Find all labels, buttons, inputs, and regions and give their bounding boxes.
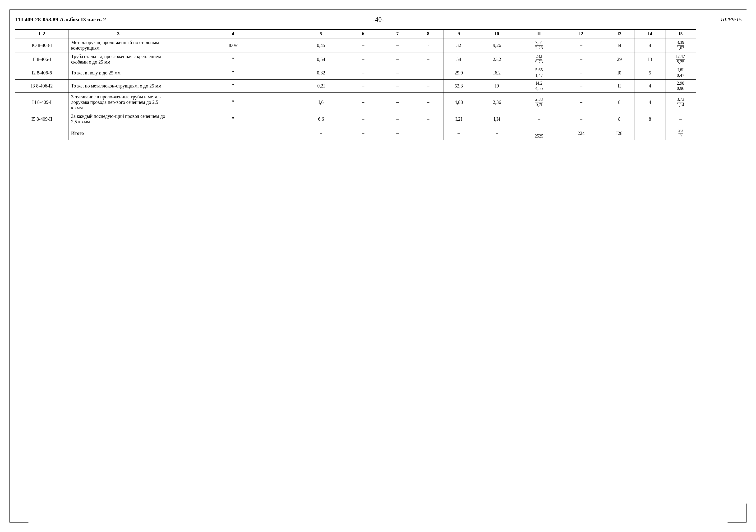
row-val5: 0,54 [298, 52, 344, 66]
row-id: IO 8-408-I [15, 38, 69, 52]
row-id: I5 8-409-II [15, 112, 69, 126]
col-header-7: 7 [382, 29, 413, 38]
row-val8: – [413, 79, 444, 93]
row-description: То же, в полу ø до 25 мм [68, 66, 168, 80]
row-val10: 9,26 [474, 38, 520, 52]
header-title: ТП 409-28-053.89 Альбом I3 часть 2 [15, 16, 106, 23]
row-val13: 8 [604, 112, 634, 126]
row-val11: 7,542,28 [520, 38, 558, 52]
col-header-11: II [520, 29, 558, 38]
col-header-8: 8 [413, 29, 444, 38]
row-val9: 4,88 [444, 93, 474, 112]
row-val5: 6,6 [298, 112, 344, 126]
total-c15: 269 [665, 126, 696, 140]
row-unit: " [168, 112, 298, 126]
row-val13: 8 [604, 93, 634, 112]
row-val14: 5 [634, 66, 665, 80]
row-val9: 29,9 [444, 66, 474, 80]
row-val10: I,I4 [474, 112, 520, 126]
row-description: За каждый последую-щий провод сечением д… [68, 112, 168, 126]
row-val6: – [344, 66, 382, 80]
header-page-number: -40- [373, 16, 384, 23]
row-val15: 3,391,03 [665, 38, 696, 52]
table-row: II 8-406-I Труба стальная, про-ложенная … [15, 52, 742, 66]
total-c4 [168, 126, 298, 140]
row-val6: – [344, 112, 382, 126]
row-val8 [413, 66, 444, 80]
row-val7: – [382, 38, 413, 52]
row-val6: – [344, 79, 382, 93]
table-row: I4 8-409-I Затягивание в проло-женные тр… [15, 93, 742, 112]
total-id [15, 126, 69, 140]
row-description: Металлорукав, проло-женный по стальным к… [68, 38, 168, 52]
col-header-9: 9 [444, 29, 474, 38]
row-val13: II [604, 79, 634, 93]
row-val15: 2,980,96 [665, 79, 696, 93]
row-val7: – [382, 66, 413, 80]
total-c7: – [382, 126, 413, 140]
row-val12: – [558, 52, 604, 66]
row-val5: 0,32 [298, 66, 344, 80]
row-val11: 2,330,7I [520, 93, 558, 112]
row-val15: 3,731,14 [665, 93, 696, 112]
total-c9: – [444, 126, 474, 140]
row-val9: 32 [444, 38, 474, 52]
row-val5: 0,2I [298, 79, 344, 93]
row-unit: " [168, 66, 298, 80]
row-val10: 2,36 [474, 93, 520, 112]
row-unit: I00м [168, 38, 298, 52]
row-val13: I4 [604, 38, 634, 52]
row-val11: 5,651,47 [520, 66, 558, 80]
row-val7: – [382, 52, 413, 66]
row-val14: 4 [634, 79, 665, 93]
table-row: IO 8-408-I Металлорукав, проло-женный по… [15, 38, 742, 52]
total-label: Итого [68, 126, 168, 140]
col-header-14: I4 [634, 29, 665, 38]
column-header-row: I 2 3 4 5 6 7 8 9 I0 II I2 I3 I4 I5 [15, 29, 742, 38]
row-unit: " [168, 79, 298, 93]
row-val8: – [413, 52, 444, 66]
corner-bottom-right [728, 504, 746, 522]
row-id: I2 8-406-6 [15, 66, 69, 80]
row-val15: I,8I0,47 [665, 66, 696, 80]
row-val13: I0 [604, 66, 634, 80]
total-c14 [634, 126, 665, 140]
row-val12: – [558, 93, 604, 112]
row-id: II 8-406-I [15, 52, 69, 66]
page-header: ТП 409-28-053.89 Альбом I3 часть 2 -40- … [10, 10, 746, 29]
table-container: I 2 3 4 5 6 7 8 9 I0 II I2 I3 I4 I5 [10, 29, 746, 140]
header-doc-number: 10289/15 [720, 16, 742, 23]
row-val6: – [344, 38, 382, 52]
col-header-1: I 2 [15, 29, 69, 38]
row-val5: 0,45 [298, 38, 344, 52]
row-val10: I6,2 [474, 66, 520, 80]
row-val12: – [558, 38, 604, 52]
row-id: I4 8-409-I [15, 93, 69, 112]
row-val8: – [413, 112, 444, 126]
col-header-3: 3 [68, 29, 168, 38]
total-c6: – [344, 126, 382, 140]
row-val14: 4 [634, 93, 665, 112]
table-row: I5 8-409-II За каждый последую-щий прово… [15, 112, 742, 126]
row-val11: I4,24,55 [520, 79, 558, 93]
col-header-15: I5 [665, 29, 696, 38]
row-id: I3 8-406-I2 [15, 79, 69, 93]
total-row: Итого – – – – – –2525 224 I28 269 [15, 126, 742, 140]
row-val9: 54 [444, 52, 474, 66]
total-c12: 224 [558, 126, 604, 140]
row-val7: – [382, 93, 413, 112]
total-c5: – [298, 126, 344, 140]
corner-bottom-left [10, 504, 28, 522]
row-val6: – [344, 52, 382, 66]
row-val13: 29 [604, 52, 634, 66]
row-val8: – [413, 93, 444, 112]
row-val14: 8 [634, 112, 665, 126]
page-frame: ТП 409-28-053.89 Альбом I3 часть 2 -40- … [10, 10, 746, 522]
col-header-6: 6 [344, 29, 382, 38]
row-val11: 23,I9,73 [520, 52, 558, 66]
row-val14: I3 [634, 52, 665, 66]
row-val15: – [665, 112, 696, 126]
row-val7: – [382, 79, 413, 93]
row-unit: " [168, 52, 298, 66]
row-val12: – [558, 79, 604, 93]
